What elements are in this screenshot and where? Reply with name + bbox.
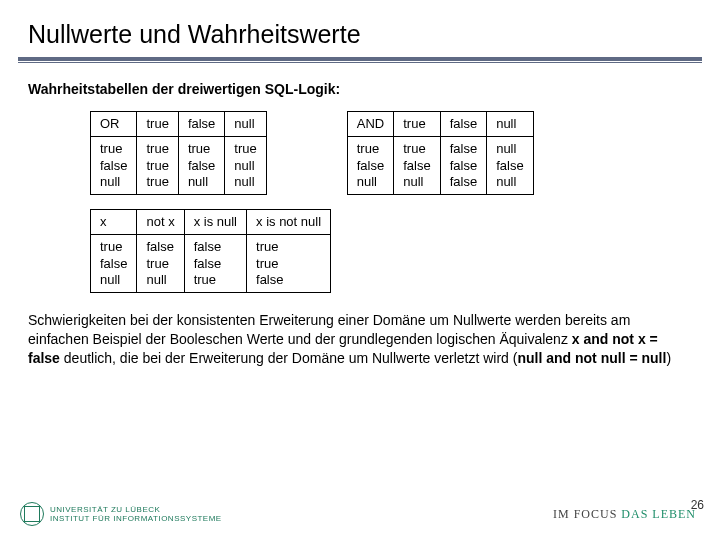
unary-row-headers: truefalsenull [91, 235, 137, 293]
and-c2: falsefalsefalse [440, 137, 486, 195]
divider-thick [18, 57, 702, 61]
tables-row-2: x not x x is null x is not null truefals… [0, 209, 720, 293]
body-p1e: ) [666, 350, 671, 366]
or-row-headers: truefalsenull [91, 137, 137, 195]
university-logo: UNIVERSITÄT ZU LÜBECK INSTITUT FÜR INFOR… [20, 502, 222, 526]
body-p1d: null and not null = null [517, 350, 666, 366]
unary-c3: truetruefalse [247, 235, 331, 293]
or-c2: truefalsenull [178, 137, 224, 195]
unary-c1: falsetruenull [137, 235, 184, 293]
unary-h1: not x [137, 210, 184, 235]
body-paragraph: Schwierigkeiten bei der konsistenten Erw… [0, 311, 720, 368]
and-col-null: null [487, 112, 533, 137]
unary-h3: x is not null [247, 210, 331, 235]
or-col-true: true [137, 112, 178, 137]
and-c3: nullfalsenull [487, 137, 533, 195]
tables-row-1: OR true false null truefalsenull truetru… [0, 111, 720, 195]
slogan: IM FOCUS DAS LEBEN [553, 507, 696, 522]
and-c1: truefalsenull [394, 137, 440, 195]
slogan-a: IM FOCUS [553, 507, 621, 521]
unary-h2: x is null [184, 210, 246, 235]
footer: UNIVERSITÄT ZU LÜBECK INSTITUT FÜR INFOR… [0, 494, 720, 540]
unary-h0: x [91, 210, 137, 235]
uni-line2: INSTITUT FÜR INFORMATIONSSYSTEME [50, 514, 222, 523]
or-truth-table: OR true false null truefalsenull truetru… [90, 111, 267, 195]
and-op-header: AND [347, 112, 393, 137]
uni-line1: UNIVERSITÄT ZU LÜBECK [50, 505, 222, 514]
or-col-false: false [178, 112, 224, 137]
unary-truth-table: x not x x is null x is not null truefals… [90, 209, 331, 293]
and-truth-table: AND true false null truefalsenull truefa… [347, 111, 534, 195]
or-c1: truetruetrue [137, 137, 178, 195]
slogan-b: DAS LEBEN [621, 507, 696, 521]
slide: Nullwerte und Wahrheitswerte Wahrheitsta… [0, 0, 720, 540]
logo-mark-icon [20, 502, 44, 526]
and-col-true: true [394, 112, 440, 137]
logo-text: UNIVERSITÄT ZU LÜBECK INSTITUT FÜR INFOR… [50, 505, 222, 523]
or-op-header: OR [91, 112, 137, 137]
page-title: Nullwerte und Wahrheitswerte [0, 0, 720, 57]
body-p1a: Schwierigkeiten bei der konsistenten Erw… [28, 312, 630, 347]
unary-c2: falsefalsetrue [184, 235, 246, 293]
or-c3: truenullnull [225, 137, 266, 195]
and-row-headers: truefalsenull [347, 137, 393, 195]
or-col-null: null [225, 112, 266, 137]
subtitle: Wahrheitstabellen der dreiwertigen SQL-L… [0, 63, 720, 111]
body-p1c: deutlich, die bei der Erweiterung der Do… [60, 350, 518, 366]
and-col-false: false [440, 112, 486, 137]
